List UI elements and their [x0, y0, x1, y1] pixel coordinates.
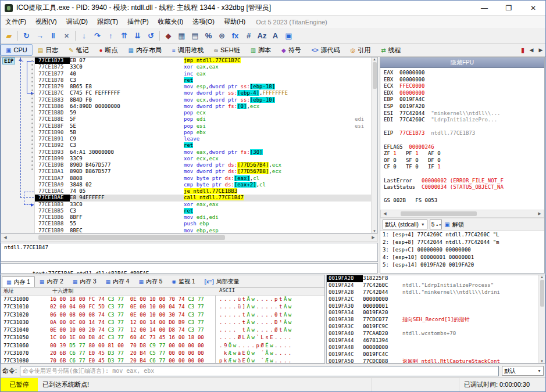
disasm-row[interactable]: 77CE1BA1890D B867D577mov dword ptr ds:[7… [35, 168, 371, 175]
disasm-row[interactable]: 77CE1B7740inc eax [35, 71, 371, 77]
breakpoint-dot[interactable] [31, 73, 33, 74]
scroll-down-icon[interactable]: ▼ [373, 229, 376, 233]
disasm-row[interactable]: 77CE1B7CC745 FC FEFFFFFFmov dword ptr ss… [35, 90, 371, 96]
disasm-row[interactable]: 77CE1B78C3ret [35, 77, 371, 84]
dump-row[interactable]: 77C310400E0010002074C37712001400D874C377… [1, 326, 324, 334]
tab-notes[interactable]: ✎笔记 [63, 44, 94, 56]
hide-fpu-button[interactable]: 隐藏FPU [380, 57, 544, 68]
menu-item-5[interactable]: 收藏夹(I) [154, 16, 188, 27]
breakpoint-dot[interactable] [31, 118, 33, 120]
breakpoint-dot[interactable] [31, 160, 33, 162]
argument-row[interactable]: 5: [esp+14] 0019FA20 0019FA20 [380, 261, 544, 269]
breakpoint-dot[interactable] [31, 131, 33, 132]
breakpoint-dot[interactable] [31, 127, 33, 128]
scroll-left-icon[interactable]: ◀ [381, 211, 389, 216]
register-row[interactable]: EBX 00000000 [384, 77, 544, 84]
tab-symbols[interactable]: ◆符号 [276, 44, 306, 56]
dump-row[interactable]: 77C3101002000400FC5DC3770E0010000474C377… [1, 303, 324, 311]
breakpoint-dot[interactable] [31, 102, 33, 103]
stack-row[interactable]: 0019FA5077CDC088返回到 ntdll.RtlCaptureStac… [327, 358, 539, 363]
scroll-right-icon[interactable]: ▶ [536, 211, 544, 216]
disasm-row[interactable]: 77CE1B905Bpop ebx [35, 130, 371, 136]
register-row[interactable]: GS 002B FS 0053 [384, 197, 544, 204]
stack-row[interactable]: 0019FA3000000001 [327, 303, 539, 310]
disasm-row[interactable]: 77CE1BAC74 05je ntdll.77CE1BB3 [35, 188, 371, 195]
run-icon[interactable]: → [33, 30, 47, 42]
stack-row[interactable]: 0019FA4800000000 [327, 344, 539, 351]
argument-row[interactable]: 2: [esp+8] 77C42044 ntdll.77C42044 "m [380, 239, 544, 246]
disasm-row[interactable]: 77CE1BA93848 02cmp byte ptr ds:[eax+2],c… [35, 182, 371, 188]
scroll-track[interactable] [9, 234, 369, 241]
register-row[interactable]: LastStatus C0000034 (STATUS_OBJECT_NA [384, 184, 544, 191]
dump-row[interactable]: 77C31080706BC677E045D37720B4C67700000000… [1, 357, 324, 363]
tab-dump-5[interactable]: ▦内存 5 [134, 276, 167, 287]
tab-source[interactable]: <>源代码 [306, 44, 345, 56]
disasm-row[interactable]: 77CE1B8F5Epop esiesi [35, 123, 371, 130]
restart-icon[interactable]: ↻ [20, 30, 33, 42]
register-row[interactable]: ZF 1 PF 1 AF 0 [384, 150, 544, 157]
stack-row[interactable]: 0019FA4077CAAD20ntdll.wcstombs+70 [327, 330, 539, 337]
register-row[interactable]: ECX FFEC0000 [384, 83, 544, 90]
register-row[interactable]: EIP 77CE1B73 ntdll.77CE1B73 [384, 130, 544, 137]
breakpoint-dot[interactable] [31, 110, 33, 112]
breakpoint-dot[interactable] [31, 98, 33, 99]
register-row[interactable]: ESI 77C42044 "minkernel\\ntdll\\... [384, 110, 544, 117]
calculator-icon[interactable]: # [242, 30, 255, 42]
tab-dump-3[interactable]: ▦内存 3 [68, 276, 101, 287]
stack-row[interactable]: 0019FA2877C42044ntdll."minkernel\\ntdll\… [327, 289, 539, 296]
register-row[interactable]: EFLAGS 00000246 [384, 144, 544, 151]
breakpoint-dot[interactable] [31, 69, 33, 70]
scroll-up-icon[interactable]: ▲ [373, 57, 376, 61]
disassembly-view[interactable]: EIP → 77CE1B73EB 07jmp ntdll.77CE1B7C77C… [1, 57, 378, 233]
tab-memory-map[interactable]: ▦内存布局 [123, 44, 167, 56]
args-count-spinner[interactable]: 5 ▲▼ [430, 220, 442, 229]
register-row[interactable]: ESP 0019FA20 [384, 103, 544, 110]
disasm-hscrollbar[interactable]: ◀ ▶ [1, 233, 378, 242]
disasm-row[interactable]: 77CE1B8664:890D 00000000mov dword ptr fs… [35, 103, 371, 110]
register-row[interactable]: EDX 00000000 [384, 90, 544, 97]
scroll-thumb[interactable] [401, 211, 477, 216]
register-row[interactable]: EDI 77C4260C "LdrpInitializePro... [384, 117, 544, 124]
scroll-down-icon[interactable]: ▼ [540, 359, 544, 363]
breakpoint-dot[interactable] [31, 106, 33, 107]
breakpoint-dot[interactable] [31, 143, 33, 145]
breakpoint-dot[interactable] [31, 139, 33, 141]
memory-regions-icon[interactable]: ▦ [175, 30, 188, 42]
stack-row[interactable]: 0019FA4C0019FC4C [327, 351, 539, 358]
registers-hscrollbar[interactable]: ◀ ▶ [380, 210, 544, 218]
register-row[interactable] [384, 171, 544, 178]
dump-row[interactable]: 77C3100016001800FC74C3770E0010007074C377… [1, 296, 324, 303]
menu-item-2[interactable]: 调试(D) [62, 16, 92, 27]
breakpoint-dot[interactable] [31, 148, 33, 149]
case-toggle-icon[interactable]: Az [255, 30, 269, 42]
tab-log[interactable]: ▤日志 [33, 44, 63, 56]
tab-scroll-right-icon[interactable]: ▶ [536, 47, 545, 53]
menu-item-1[interactable]: 视图(V) [31, 16, 62, 27]
minimize-button[interactable]: — [472, 1, 497, 15]
breakpoint-dot[interactable] [31, 89, 33, 91]
scroll-thumb[interactable] [540, 280, 544, 307]
disasm-row[interactable]: 77CE1BB98BECmov ebp,esp [35, 228, 371, 233]
animate-into-icon[interactable]: ⇊ [131, 30, 144, 42]
tab-script[interactable]: ▥脚本 [245, 44, 276, 56]
register-row[interactable]: CF 0 TF 0 IF 1 [384, 164, 544, 171]
disasm-row[interactable]: 77CE1B9933C9xor ecx,ecx [35, 156, 371, 162]
argument-row[interactable]: 3: [esp+C] 00000000 00000000 [380, 246, 544, 254]
breakpoint-dot[interactable] [31, 164, 33, 166]
dump-row[interactable]: 77C31070206BC677E045D37720B4C57700000000… [1, 350, 324, 357]
step-over-icon[interactable]: ↷ [91, 30, 104, 42]
scroll-left-icon[interactable]: ◀ [1, 235, 9, 240]
argument-row[interactable]: 1: [esp+4] 77C4260C ntdll.77C4260C "L [380, 231, 544, 239]
register-row[interactable]: EBP 0019FA4C [384, 96, 544, 103]
stack-row[interactable]: 0019FA3C0019FC9C [327, 323, 539, 330]
tab-dump-1[interactable]: ▦内存 1 [2, 276, 35, 287]
disasm-row[interactable]: 77CE1BB68BFFmov edi,edi [35, 214, 371, 221]
tab-dump-2[interactable]: ▦内存 2 [35, 276, 68, 287]
log-window-icon[interactable]: ▤ [188, 30, 202, 42]
disasm-vscrollbar[interactable]: ▲ ▼ [371, 57, 377, 233]
command-input[interactable] [20, 366, 499, 376]
disasm-row[interactable]: 77CE1B9364:A1 30000000mov eax,dword ptr … [35, 149, 371, 156]
register-row[interactable] [384, 191, 544, 198]
stack-vscrollbar[interactable]: ▲ ▼ [538, 275, 545, 363]
disasm-row[interactable]: 77CE1BAEE8 94FFFFFFcall ntdll.77CE1B47 [35, 195, 371, 201]
